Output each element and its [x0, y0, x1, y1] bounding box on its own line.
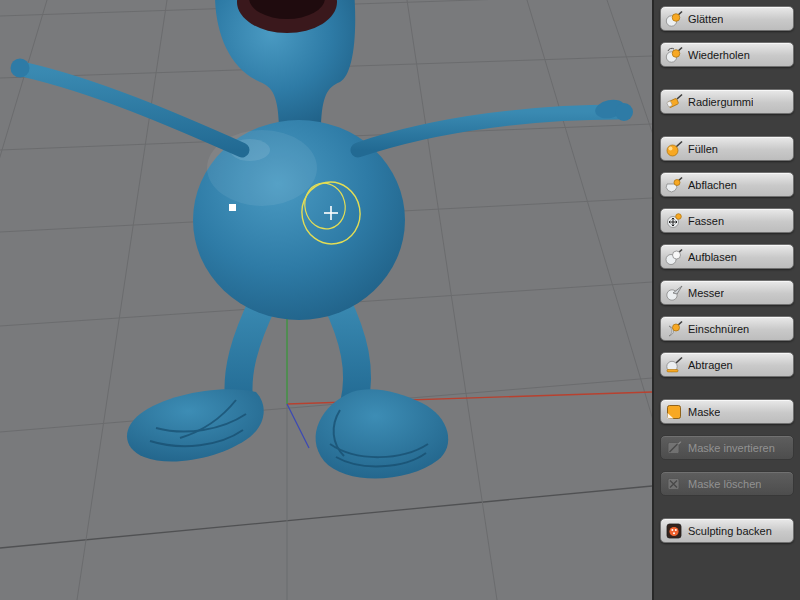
pinch-brush-icon: [665, 320, 683, 338]
tool-button-aufblasen[interactable]: Aufblasen: [660, 244, 794, 269]
inflate-brush-icon: [665, 248, 683, 266]
character-right-hand-tip: [615, 103, 633, 121]
tool-button-maske[interactable]: Maske: [660, 399, 794, 424]
repeat-brush-icon: [665, 46, 683, 64]
tool-button-label: Maske invertieren: [688, 442, 775, 454]
mask-icon: [665, 403, 683, 421]
tool-button-label: Einschnüren: [688, 323, 749, 335]
tool-button-label: Glätten: [688, 13, 723, 25]
tool-button-label: Maske löschen: [688, 478, 761, 490]
tool-group-smooth: Glätten Wiederholen: [654, 6, 800, 67]
tool-button-radiergummi[interactable]: Radiergummi: [660, 89, 794, 114]
tool-button-maske-loeschen: Maske löschen: [660, 471, 794, 496]
tool-button-wiederholen[interactable]: Wiederholen: [660, 42, 794, 67]
flatten-brush-icon: [665, 176, 683, 194]
tool-button-maske-invertieren: Maske invertieren: [660, 435, 794, 460]
scrape-brush-icon: [665, 356, 683, 374]
fill-brush-icon: [665, 140, 683, 158]
mask-delete-icon: [665, 475, 683, 493]
grab-brush-icon: [665, 212, 683, 230]
erase-brush-icon: [665, 93, 683, 111]
tool-button-sculpting-backen[interactable]: Sculpting backen: [660, 518, 794, 543]
tool-button-label: Sculpting backen: [688, 525, 772, 537]
tool-button-label: Maske: [688, 406, 720, 418]
tool-button-label: Radiergummi: [688, 96, 753, 108]
knife-brush-icon: [665, 284, 683, 302]
tool-group-erase: Radiergummi: [654, 89, 800, 114]
vertex-handle[interactable]: [229, 204, 236, 211]
tool-button-label: Wiederholen: [688, 49, 750, 61]
tool-button-fuellen[interactable]: Füllen: [660, 136, 794, 161]
viewport-panel[interactable]: [0, 0, 652, 600]
tool-group-bake: Sculpting backen: [654, 518, 800, 543]
tool-button-label: Aufblasen: [688, 251, 737, 263]
tool-button-messer[interactable]: Messer: [660, 280, 794, 305]
sculpting-app-window: Glätten Wiederholen Radiergummi: [0, 0, 800, 600]
tool-button-fassen[interactable]: Fassen: [660, 208, 794, 233]
mask-invert-icon: [665, 439, 683, 457]
tool-button-label: Füllen: [688, 143, 718, 155]
bake-sculpting-icon: [665, 522, 683, 540]
tool-button-label: Abflachen: [688, 179, 737, 191]
tool-button-einschnueren[interactable]: Einschnüren: [660, 316, 794, 341]
tool-group-mask: Maske Maske invertieren Maske löschen: [654, 399, 800, 496]
tool-button-abtragen[interactable]: Abtragen: [660, 352, 794, 377]
tool-button-label: Fassen: [688, 215, 724, 227]
tool-button-abflachen[interactable]: Abflachen: [660, 172, 794, 197]
tool-button-label: Messer: [688, 287, 724, 299]
character-left-hand: [11, 59, 30, 78]
tool-button-glaetten[interactable]: Glätten: [660, 6, 794, 31]
tool-group-brushes: Füllen Abflachen Fassen Aufblasen: [654, 136, 800, 377]
sculpting-tools-panel: Glätten Wiederholen Radiergummi: [652, 0, 800, 600]
tool-button-label: Abtragen: [688, 359, 733, 371]
smooth-brush-icon: [665, 10, 683, 28]
viewport-canvas[interactable]: [0, 0, 652, 600]
